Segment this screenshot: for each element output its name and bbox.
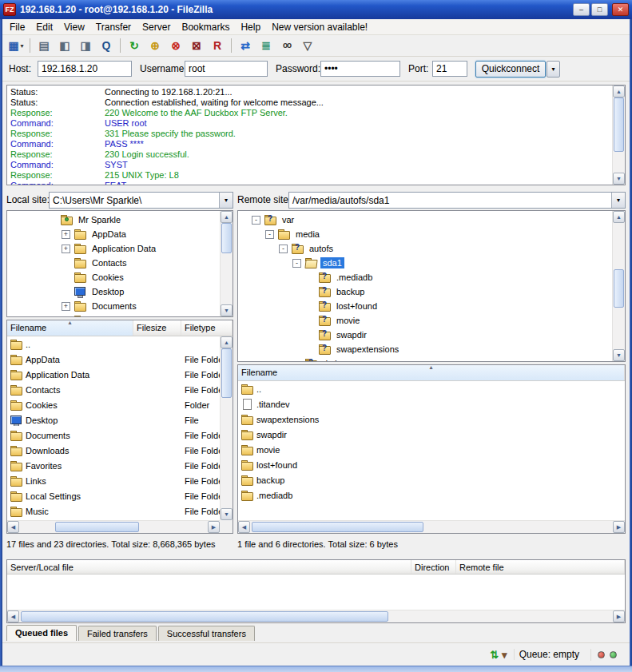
expand-icon[interactable]: + [62, 302, 70, 311]
remote-tree-item-media[interactable]: -media [238, 227, 612, 241]
local-tree-item-desktop[interactable]: Desktop [7, 284, 220, 299]
local-tree-item-contacts[interactable]: Contacts [7, 256, 220, 270]
remote-list-hscrollbar[interactable]: ◀▶ [238, 520, 625, 533]
local-site-combo[interactable]: C:\Users\Mr Sparkle\ ▾ [49, 192, 233, 209]
column-header-filename[interactable]: ▴ Filename [238, 365, 625, 380]
scroll-track[interactable] [221, 348, 233, 508]
remote-tree-scrollbar[interactable]: ▲▼ [612, 211, 625, 361]
menu-item-help[interactable]: Help [235, 19, 266, 35]
password-input[interactable] [320, 61, 400, 77]
menu-item-file[interactable]: File [4, 19, 30, 35]
tab-successful-transfers[interactable]: Successful transfers [158, 626, 255, 641]
local-list-vscrollbar[interactable]: ▲▼ [220, 336, 233, 520]
remote-tree-item-lost-found[interactable]: ?lost+found [238, 299, 612, 313]
file-row-favorites[interactable]: FavoritesFile Folder [7, 458, 220, 473]
reconnect-button[interactable]: R [208, 37, 227, 54]
tab-failed-transfers[interactable]: Failed transfers [78, 626, 157, 641]
collapse-icon[interactable]: - [265, 230, 274, 239]
file-row-lost-found[interactable]: lost+found [238, 457, 625, 472]
scroll-thumb[interactable] [614, 269, 624, 308]
scroll-thumb[interactable] [252, 522, 423, 532]
scroll-left-button[interactable]: ◀ [238, 521, 250, 533]
directory-comparison-button[interactable]: ⇄ [236, 37, 255, 54]
minimize-button[interactable]: – [573, 3, 590, 16]
remote-tree-item-backup[interactable]: ?backup [238, 284, 612, 299]
quickconnect-dropdown-button[interactable]: ▾ [547, 61, 560, 78]
expand-icon[interactable]: + [62, 230, 70, 239]
scroll-up-button[interactable]: ▲ [221, 336, 233, 348]
file-row-swapextensions[interactable]: swapextensions [238, 412, 625, 427]
find-files-button[interactable]: oo [277, 37, 296, 54]
local-site-dropdown-button[interactable]: ▾ [219, 193, 233, 208]
file-row-titandev[interactable]: .titandev [238, 396, 625, 412]
tab-queued-files[interactable]: Queued files [6, 625, 77, 641]
scroll-down-button[interactable]: ▼ [613, 349, 625, 361]
menu-item-bookmarks[interactable]: Bookmarks [176, 19, 235, 35]
local-list-hscrollbar[interactable]: ◀▶ [7, 520, 220, 533]
column-header-server-local-file[interactable]: Server/Local file [7, 560, 411, 574]
expand-icon[interactable]: + [62, 316, 70, 317]
scroll-up-button[interactable]: ▲ [613, 85, 625, 97]
scroll-down-button[interactable]: ▼ [613, 173, 625, 185]
file-row-cookies[interactable]: CookiesFolder [7, 397, 220, 412]
file-row-links[interactable]: LinksFile Folder [7, 473, 220, 488]
local-tree-item-mr-sparkle[interactable]: Mr Sparkle [7, 213, 220, 227]
remote-tree-item-swapextensions[interactable]: ?swapextensions [238, 342, 612, 356]
disconnect-button[interactable]: ⊠ [187, 37, 206, 54]
local-tree-item-downloads[interactable]: +Downloads [7, 313, 220, 316]
file-row-desktop[interactable]: DesktopFile [7, 412, 220, 427]
log-scrollbar[interactable]: ▲▼ [612, 85, 625, 185]
file-row-music[interactable]: MusicFile Folder [7, 503, 220, 519]
speed-limit-icon[interactable]: ⇅ [490, 649, 499, 661]
menu-item-edit[interactable]: Edit [30, 19, 58, 35]
file-row-movie[interactable]: movie [238, 442, 625, 457]
file-row-documents[interactable]: DocumentsFile Folder [7, 427, 220, 443]
scroll-left-button[interactable]: ◀ [7, 610, 19, 622]
remote-tree-item-autofs[interactable]: -?autofs [238, 241, 612, 256]
scroll-thumb[interactable] [614, 97, 624, 152]
scroll-right-button[interactable]: ▶ [613, 610, 625, 622]
scroll-thumb[interactable] [55, 522, 139, 532]
local-tree-item-cookies[interactable]: Cookies [7, 270, 220, 284]
column-header-direction[interactable]: Direction [411, 560, 456, 574]
menu-item-transfer[interactable]: Transfer [90, 19, 137, 35]
remote-tree-item-sda1[interactable]: -sda1 [238, 256, 612, 270]
file-row-mediadb[interactable]: .mediadb [238, 487, 625, 503]
scroll-down-button[interactable]: ▼ [221, 508, 233, 520]
quickconnect-button[interactable]: Quickconnect [475, 61, 546, 78]
expand-icon[interactable]: + [62, 245, 70, 253]
scroll-up-button[interactable]: ▲ [613, 211, 625, 223]
scroll-thumb[interactable] [21, 611, 388, 622]
file-row-appdata[interactable]: AppDataFile Folder [7, 352, 220, 367]
close-button[interactable]: ✕ [612, 3, 629, 16]
remote-tree-item-dvd[interactable]: ?dvd [238, 356, 612, 361]
file-row-[interactable]: .. [7, 336, 220, 352]
local-tree-item-appdata[interactable]: +AppData [7, 227, 220, 241]
scroll-right-button[interactable]: ▶ [613, 521, 625, 533]
file-row-contacts[interactable]: ContactsFile Folder [7, 382, 220, 397]
host-input[interactable] [38, 61, 132, 77]
scroll-thumb[interactable] [221, 348, 232, 398]
file-row-downloads[interactable]: DownloadsFile Folder [7, 443, 220, 458]
local-tree-item-documents[interactable]: +Documents [7, 299, 220, 313]
scroll-thumb[interactable] [221, 223, 232, 253]
local-tree-item-application-data[interactable]: +Application Data [7, 241, 220, 256]
message-log[interactable]: Status:Connecting to 192.168.1.20:21...S… [6, 85, 626, 185]
site-manager-button[interactable]: ▦▾ [6, 37, 26, 54]
remote-site-combo[interactable]: /var/media/autofs/sda1 ▾ [288, 192, 626, 209]
file-row-local-settings[interactable]: Local SettingsFile Folder [7, 488, 220, 503]
menu-item-view[interactable]: View [58, 19, 90, 35]
synchronized-browsing-button[interactable]: ≣ [256, 37, 276, 54]
remote-tree-item-swapdir[interactable]: ?swapdir [238, 328, 612, 342]
maximize-button[interactable]: □ [591, 3, 608, 16]
collapse-icon[interactable]: - [252, 216, 260, 225]
listing-filter-button[interactable]: ▽ [298, 37, 317, 54]
scroll-track[interactable] [613, 97, 625, 173]
toggle-remote-tree-button[interactable]: ◨ [76, 37, 95, 54]
scroll-up-button[interactable]: ▲ [221, 211, 233, 223]
local-tree-scrollbar[interactable]: ▲▼ [220, 211, 233, 316]
scroll-track[interactable] [221, 223, 233, 304]
scroll-left-button[interactable]: ◀ [7, 521, 19, 533]
scroll-track[interactable] [19, 610, 613, 622]
queue-hscrollbar[interactable]: ◀▶ [7, 610, 625, 622]
